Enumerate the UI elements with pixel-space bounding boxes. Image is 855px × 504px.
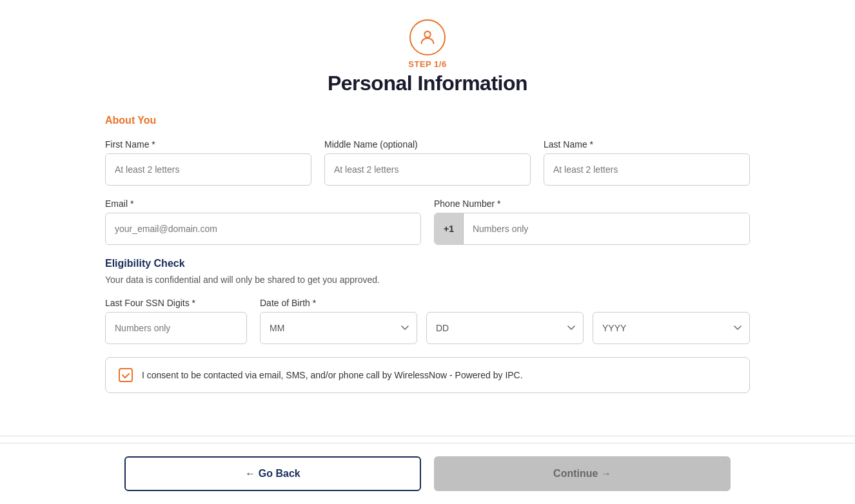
dob-group: Date of Birth * MM 010203 040506 070809 … (260, 298, 750, 344)
dob-label: Date of Birth * (260, 298, 750, 308)
phone-group: Phone Number * +1 (434, 199, 750, 245)
step-label: STEP 1/6 (408, 59, 446, 69)
dob-year-select[interactable]: YYYY 2024202320102000 1990198019701960 (593, 312, 750, 344)
about-you-section-title: About You (105, 115, 750, 126)
checkmark-icon (121, 371, 130, 380)
user-icon-circle (409, 19, 446, 55)
middle-name-label: Middle Name (optional) (324, 139, 531, 150)
first-name-label: First Name * (105, 139, 311, 150)
dob-day-select[interactable]: DD 0102030405 0607080910 1112131415 1617… (426, 312, 584, 344)
user-icon (418, 28, 437, 46)
dob-month-select[interactable]: MM 010203 040506 070809 101112 (260, 312, 417, 344)
footer-divider (0, 436, 855, 436)
form-container: About You First Name * Middle Name (opti… (105, 115, 750, 406)
page-title: Personal Information (328, 72, 527, 95)
phone-country-code: +1 (435, 213, 464, 244)
svg-point-0 (424, 32, 430, 37)
continue-label: Continue → (553, 468, 611, 480)
consent-checkbox[interactable] (119, 368, 133, 382)
ssn-label: Last Four SSN Digits * (105, 298, 247, 308)
first-name-group: First Name * (105, 139, 311, 186)
middle-name-group: Middle Name (optional) (324, 139, 531, 186)
ssn-input[interactable] (105, 312, 247, 344)
phone-label: Phone Number * (434, 199, 750, 209)
phone-number-input[interactable] (464, 213, 749, 244)
consent-box: I consent to be contacted via email, SMS… (105, 357, 750, 393)
email-group: Email * (105, 199, 421, 245)
footer: ← Go Back Continue → (0, 443, 855, 504)
first-name-input[interactable] (105, 153, 311, 186)
continue-button[interactable]: Continue → (434, 456, 731, 491)
last-name-input[interactable] (544, 153, 750, 186)
eligibility-description: Your data is confidential and will only … (105, 275, 750, 285)
ssn-group: Last Four SSN Digits * (105, 298, 247, 344)
ssn-dob-row: Last Four SSN Digits * Date of Birth * M… (105, 298, 750, 344)
dob-selects: MM 010203 040506 070809 101112 DD 010203… (260, 312, 750, 344)
email-label: Email * (105, 199, 421, 209)
step-header: STEP 1/6 Personal Information (328, 19, 527, 95)
eligibility-section-title: Eligibility Check (105, 258, 750, 269)
go-back-button[interactable]: ← Go Back (124, 456, 421, 491)
phone-input-wrapper: +1 (434, 213, 750, 245)
consent-text: I consent to be contacted via email, SMS… (142, 370, 523, 380)
last-name-group: Last Name * (544, 139, 750, 186)
go-back-label: ← Go Back (245, 468, 300, 480)
email-phone-row: Email * Phone Number * +1 (105, 199, 750, 245)
last-name-label: Last Name * (544, 139, 750, 150)
middle-name-input[interactable] (324, 153, 531, 186)
name-row: First Name * Middle Name (optional) Last… (105, 139, 750, 186)
email-input[interactable] (105, 213, 421, 245)
